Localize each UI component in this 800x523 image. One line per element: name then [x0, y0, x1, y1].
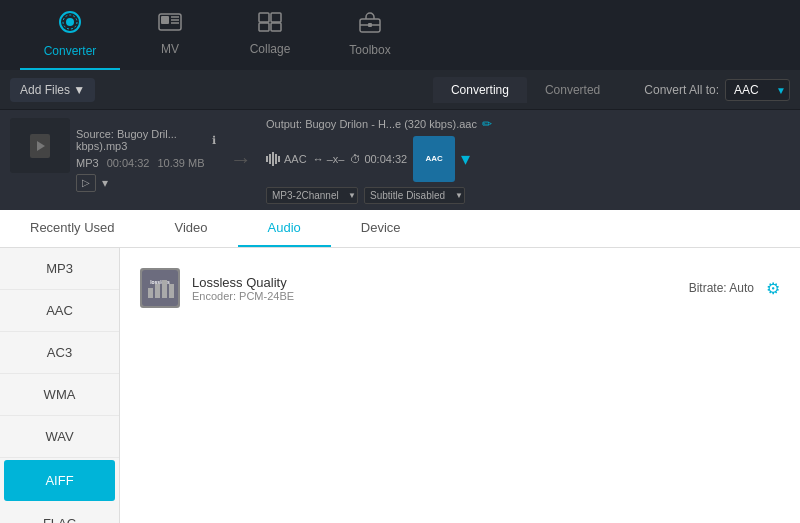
size-controls: ↔ –x–: [313, 153, 345, 165]
mv-icon: [158, 12, 182, 38]
tab-video[interactable]: Video: [145, 210, 238, 247]
nav-toolbox-label: Toolbox: [349, 43, 390, 57]
svg-rect-23: [148, 288, 153, 298]
svg-rect-8: [259, 13, 269, 22]
tab-converting[interactable]: Converting: [433, 77, 527, 103]
subtitle-select-wrapper: Subtitle Disabled ▼: [364, 187, 465, 204]
svg-rect-10: [259, 23, 269, 31]
file-size: 10.39 MB: [157, 157, 204, 169]
nav-mv-label: MV: [161, 42, 179, 56]
quality-sub: Encoder: PCM-24BE: [192, 290, 677, 302]
nav-converter-label: Converter: [44, 44, 97, 58]
add-files-label: Add Files ▼: [20, 83, 85, 97]
sidebar-item-mp3[interactable]: MP3: [0, 248, 119, 290]
svg-rect-18: [272, 152, 274, 166]
file-meta: MP3 00:04:32 10.39 MB: [76, 157, 216, 169]
format-selects: MP3-2Channel ▼ Subtitle Disabled ▼: [266, 187, 790, 204]
dropdown-arrow-icon[interactable]: ▾: [461, 148, 470, 170]
svg-rect-26: [169, 284, 174, 298]
format-panel: Recently Used Video Audio Device MP3 AAC: [0, 210, 800, 523]
quality-info: Lossless Quality Encoder: PCM-24BE: [192, 275, 677, 302]
toolbar: Add Files ▼ Converting Converted Convert…: [0, 70, 800, 110]
file-format: MP3: [76, 157, 99, 169]
svg-rect-14: [368, 23, 372, 27]
output-format-row: AAC ↔ –x– ⏱ 00:04:32 AAC ▾: [266, 136, 790, 182]
tab-converted[interactable]: Converted: [527, 77, 618, 103]
channel-select[interactable]: MP3-2Channel: [266, 187, 358, 204]
tab-device[interactable]: Device: [331, 210, 431, 247]
output-format: AAC: [284, 153, 307, 165]
toolbox-icon: [358, 11, 382, 39]
format-badge: AAC: [266, 152, 307, 166]
file-duration: 00:04:32: [107, 157, 150, 169]
sidebar-item-ac3[interactable]: AC3: [0, 332, 119, 374]
tab-audio[interactable]: Audio: [238, 210, 331, 247]
output-source: Output: Bugoy Drilon - H...e (320 kbps).…: [266, 117, 790, 131]
svg-rect-20: [278, 156, 280, 162]
time-display: ⏱ 00:04:32: [350, 153, 407, 165]
convert-all-select[interactable]: AAC MP3 FLAC: [725, 79, 790, 101]
info-icon: ℹ: [212, 134, 216, 147]
sidebar-item-flac[interactable]: FLAC: [0, 503, 119, 523]
audio-wave-icon: [266, 152, 280, 166]
play-button[interactable]: ▷: [76, 174, 96, 192]
convert-all-select-wrapper: AAC MP3 FLAC ▼: [725, 79, 790, 101]
file-controls: ▷ ▾: [76, 174, 216, 192]
svg-rect-19: [275, 154, 277, 164]
quality-title: Lossless Quality: [192, 275, 677, 290]
panel-body: MP3 AAC AC3 WMA WAV AIFF FLAC: [0, 248, 800, 523]
edit-icon[interactable]: ✏: [482, 117, 492, 131]
svg-rect-24: [155, 284, 160, 298]
tab-recently-used[interactable]: Recently Used: [0, 210, 145, 247]
arrow-area: →: [222, 118, 260, 202]
svg-rect-11: [271, 23, 281, 31]
subtitle-select[interactable]: Subtitle Disabled: [364, 187, 465, 204]
svg-rect-9: [271, 13, 281, 22]
nav-collage[interactable]: Collage: [220, 0, 320, 70]
sidebar-item-aiff[interactable]: AIFF: [4, 460, 115, 501]
file-info-left: Source: Bugoy Dril... kbps).mp3 ℹ MP3 00…: [76, 118, 216, 202]
file-source: Source: Bugoy Dril... kbps).mp3 ℹ: [76, 128, 216, 152]
format-sidebar: MP3 AAC AC3 WMA WAV AIFF FLAC: [0, 248, 120, 523]
quality-bitrate: Bitrate: Auto: [689, 281, 754, 295]
nav-collage-label: Collage: [250, 42, 291, 56]
convert-all-label: Convert All to:: [644, 83, 719, 97]
gear-icon[interactable]: ⚙: [766, 279, 780, 298]
file-thumbnail: [10, 118, 70, 173]
arrow-right-icon: →: [230, 147, 252, 173]
main-content: Source: Bugoy Dril... kbps).mp3 ℹ MP3 00…: [0, 110, 800, 523]
svg-rect-16: [266, 156, 268, 162]
panel-tabs: Recently Used Video Audio Device: [0, 210, 800, 248]
format-thumb[interactable]: AAC: [413, 136, 455, 182]
converter-icon: [58, 10, 82, 40]
quality-icon: lossless: [140, 268, 180, 308]
nav-toolbox[interactable]: Toolbox: [320, 0, 420, 70]
svg-text:lossless: lossless: [150, 279, 170, 285]
channel-select-wrapper: MP3-2Channel ▼: [266, 187, 358, 204]
nav-converter[interactable]: Converter: [20, 0, 120, 70]
svg-rect-25: [162, 280, 167, 298]
sidebar-item-aac[interactable]: AAC: [0, 290, 119, 332]
top-nav: Converter MV Collage: [0, 0, 800, 70]
output-info: Output: Bugoy Drilon - H...e (320 kbps).…: [266, 118, 790, 202]
svg-rect-4: [161, 16, 169, 24]
add-files-button[interactable]: Add Files ▼: [10, 78, 95, 102]
sidebar-item-wav[interactable]: WAV: [0, 416, 119, 458]
format-content: lossless Lossless Quality Encoder: PCM-2…: [120, 248, 800, 523]
file-area: Source: Bugoy Dril... kbps).mp3 ℹ MP3 00…: [0, 110, 800, 210]
toolbar-left: Add Files ▼: [10, 78, 95, 102]
nav-mv[interactable]: MV: [120, 0, 220, 70]
quality-item-lossless[interactable]: lossless Lossless Quality Encoder: PCM-2…: [132, 258, 788, 318]
collage-icon: [258, 12, 282, 38]
toolbar-tabs: Converting Converted: [433, 77, 618, 103]
expand-button[interactable]: ▾: [100, 176, 110, 190]
sidebar-item-wma[interactable]: WMA: [0, 374, 119, 416]
svg-point-1: [66, 18, 74, 26]
convert-all-section: Convert All to: AAC MP3 FLAC ▼: [644, 79, 790, 101]
svg-rect-17: [269, 154, 271, 164]
